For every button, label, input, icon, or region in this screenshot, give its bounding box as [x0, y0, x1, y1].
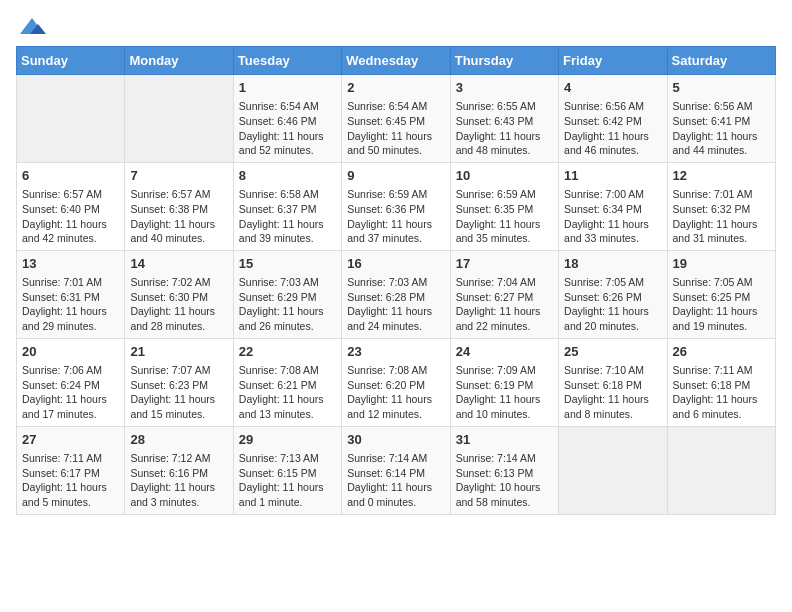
cell-content: Sunrise: 7:06 AM: [22, 364, 102, 376]
cell-content: Sunset: 6:19 PM: [456, 379, 534, 391]
cell-content: Sunset: 6:16 PM: [130, 467, 208, 479]
calendar-week-row: 1Sunrise: 6:54 AMSunset: 6:46 PMDaylight…: [17, 75, 776, 163]
cell-content: Sunrise: 6:59 AM: [456, 188, 536, 200]
cell-content: Sunrise: 7:07 AM: [130, 364, 210, 376]
cell-content: Daylight: 11 hours and 31 minutes.: [673, 218, 758, 245]
day-number: 20: [22, 343, 119, 361]
cell-content: Sunset: 6:21 PM: [239, 379, 317, 391]
cell-content: Sunrise: 7:00 AM: [564, 188, 644, 200]
cell-content: Sunrise: 7:01 AM: [22, 276, 102, 288]
calendar-cell: 28Sunrise: 7:12 AMSunset: 6:16 PMDayligh…: [125, 426, 233, 514]
cell-content: Sunset: 6:35 PM: [456, 203, 534, 215]
cell-content: Sunrise: 6:54 AM: [347, 100, 427, 112]
day-number: 22: [239, 343, 336, 361]
cell-content: Sunset: 6:37 PM: [239, 203, 317, 215]
day-number: 28: [130, 431, 227, 449]
cell-content: Daylight: 10 hours and 58 minutes.: [456, 481, 541, 508]
day-number: 21: [130, 343, 227, 361]
calendar-cell: 30Sunrise: 7:14 AMSunset: 6:14 PMDayligh…: [342, 426, 450, 514]
calendar-header-row: SundayMondayTuesdayWednesdayThursdayFrid…: [17, 47, 776, 75]
calendar-week-row: 27Sunrise: 7:11 AMSunset: 6:17 PMDayligh…: [17, 426, 776, 514]
cell-content: Daylight: 11 hours and 22 minutes.: [456, 305, 541, 332]
calendar-cell: 6Sunrise: 6:57 AMSunset: 6:40 PMDaylight…: [17, 162, 125, 250]
calendar-table: SundayMondayTuesdayWednesdayThursdayFrid…: [16, 46, 776, 515]
cell-content: Sunrise: 7:10 AM: [564, 364, 644, 376]
cell-content: Sunrise: 7:03 AM: [347, 276, 427, 288]
day-number: 11: [564, 167, 661, 185]
calendar-cell: 8Sunrise: 6:58 AMSunset: 6:37 PMDaylight…: [233, 162, 341, 250]
day-number: 19: [673, 255, 770, 273]
calendar-cell: 13Sunrise: 7:01 AMSunset: 6:31 PMDayligh…: [17, 250, 125, 338]
cell-content: Sunset: 6:20 PM: [347, 379, 425, 391]
cell-content: Sunrise: 7:03 AM: [239, 276, 319, 288]
cell-content: Sunrise: 7:12 AM: [130, 452, 210, 464]
cell-content: Sunset: 6:13 PM: [456, 467, 534, 479]
cell-content: Sunset: 6:14 PM: [347, 467, 425, 479]
cell-content: Sunset: 6:32 PM: [673, 203, 751, 215]
cell-content: Sunrise: 7:02 AM: [130, 276, 210, 288]
day-of-week-header: Sunday: [17, 47, 125, 75]
cell-content: Sunrise: 7:08 AM: [347, 364, 427, 376]
calendar-cell: 19Sunrise: 7:05 AMSunset: 6:25 PMDayligh…: [667, 250, 775, 338]
day-number: 3: [456, 79, 553, 97]
cell-content: Daylight: 11 hours and 17 minutes.: [22, 393, 107, 420]
calendar-cell: 4Sunrise: 6:56 AMSunset: 6:42 PMDaylight…: [559, 75, 667, 163]
day-number: 12: [673, 167, 770, 185]
day-of-week-header: Tuesday: [233, 47, 341, 75]
cell-content: Daylight: 11 hours and 1 minute.: [239, 481, 324, 508]
day-number: 9: [347, 167, 444, 185]
logo: [16, 16, 48, 38]
cell-content: Sunset: 6:45 PM: [347, 115, 425, 127]
day-number: 13: [22, 255, 119, 273]
cell-content: Sunset: 6:43 PM: [456, 115, 534, 127]
cell-content: Daylight: 11 hours and 46 minutes.: [564, 130, 649, 157]
day-number: 25: [564, 343, 661, 361]
cell-content: Sunset: 6:30 PM: [130, 291, 208, 303]
cell-content: Sunrise: 6:55 AM: [456, 100, 536, 112]
cell-content: Daylight: 11 hours and 42 minutes.: [22, 218, 107, 245]
calendar-cell: 22Sunrise: 7:08 AMSunset: 6:21 PMDayligh…: [233, 338, 341, 426]
cell-content: Sunrise: 6:54 AM: [239, 100, 319, 112]
day-number: 27: [22, 431, 119, 449]
cell-content: Daylight: 11 hours and 52 minutes.: [239, 130, 324, 157]
day-number: 2: [347, 79, 444, 97]
calendar-cell: [559, 426, 667, 514]
day-number: 1: [239, 79, 336, 97]
calendar-cell: 24Sunrise: 7:09 AMSunset: 6:19 PMDayligh…: [450, 338, 558, 426]
calendar-cell: 31Sunrise: 7:14 AMSunset: 6:13 PMDayligh…: [450, 426, 558, 514]
calendar-cell: 10Sunrise: 6:59 AMSunset: 6:35 PMDayligh…: [450, 162, 558, 250]
cell-content: Daylight: 11 hours and 33 minutes.: [564, 218, 649, 245]
cell-content: Sunrise: 6:56 AM: [673, 100, 753, 112]
day-number: 6: [22, 167, 119, 185]
cell-content: Sunrise: 7:05 AM: [673, 276, 753, 288]
cell-content: Daylight: 11 hours and 28 minutes.: [130, 305, 215, 332]
calendar-cell: 7Sunrise: 6:57 AMSunset: 6:38 PMDaylight…: [125, 162, 233, 250]
cell-content: Sunrise: 7:11 AM: [22, 452, 102, 464]
cell-content: Sunset: 6:28 PM: [347, 291, 425, 303]
cell-content: Daylight: 11 hours and 6 minutes.: [673, 393, 758, 420]
day-number: 17: [456, 255, 553, 273]
calendar-cell: 15Sunrise: 7:03 AMSunset: 6:29 PMDayligh…: [233, 250, 341, 338]
cell-content: Sunset: 6:46 PM: [239, 115, 317, 127]
day-number: 7: [130, 167, 227, 185]
calendar-cell: 29Sunrise: 7:13 AMSunset: 6:15 PMDayligh…: [233, 426, 341, 514]
cell-content: Sunset: 6:34 PM: [564, 203, 642, 215]
day-number: 5: [673, 79, 770, 97]
day-number: 10: [456, 167, 553, 185]
page-header: [16, 16, 776, 38]
cell-content: Daylight: 11 hours and 29 minutes.: [22, 305, 107, 332]
day-number: 4: [564, 79, 661, 97]
cell-content: Daylight: 11 hours and 19 minutes.: [673, 305, 758, 332]
day-number: 31: [456, 431, 553, 449]
calendar-cell: 9Sunrise: 6:59 AMSunset: 6:36 PMDaylight…: [342, 162, 450, 250]
cell-content: Sunset: 6:31 PM: [22, 291, 100, 303]
calendar-cell: 2Sunrise: 6:54 AMSunset: 6:45 PMDaylight…: [342, 75, 450, 163]
calendar-cell: [17, 75, 125, 163]
calendar-cell: 3Sunrise: 6:55 AMSunset: 6:43 PMDaylight…: [450, 75, 558, 163]
cell-content: Daylight: 11 hours and 48 minutes.: [456, 130, 541, 157]
calendar-cell: 14Sunrise: 7:02 AMSunset: 6:30 PMDayligh…: [125, 250, 233, 338]
cell-content: Daylight: 11 hours and 8 minutes.: [564, 393, 649, 420]
cell-content: Sunrise: 6:57 AM: [130, 188, 210, 200]
cell-content: Sunrise: 7:09 AM: [456, 364, 536, 376]
cell-content: Sunset: 6:18 PM: [564, 379, 642, 391]
